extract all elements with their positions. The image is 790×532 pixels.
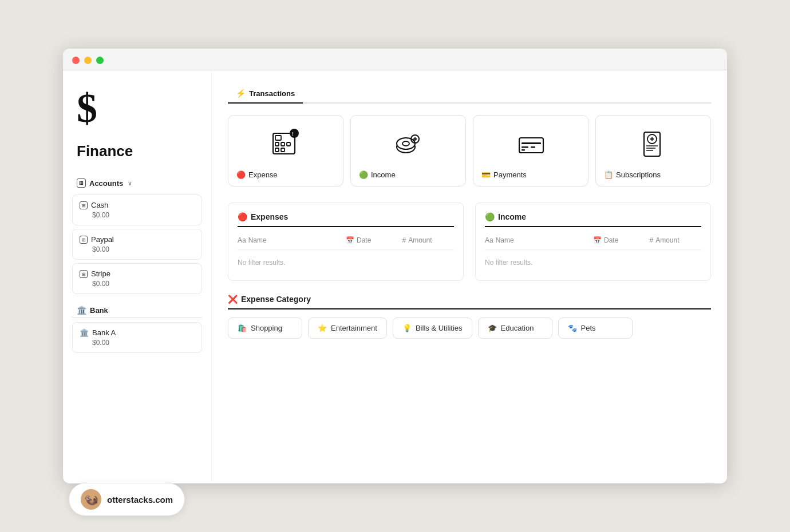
svg-point-10 xyxy=(397,138,415,149)
category-card[interactable]: 🛍️ Shopping xyxy=(228,317,302,339)
footer-brand: 🦦 otterstacks.com xyxy=(69,483,185,516)
expense-card[interactable]: ! 🔴 Expense xyxy=(228,115,343,186)
maximize-button[interactable] xyxy=(96,57,104,64)
expenses-title: 🔴 Expenses xyxy=(238,212,454,227)
svg-rect-2 xyxy=(275,142,279,146)
accounts-icon: ⊞ xyxy=(77,178,86,188)
svg-rect-4 xyxy=(287,142,290,146)
income-card[interactable]: 🟢 Income xyxy=(350,115,466,186)
bank-header: 🏛️ Bank xyxy=(72,303,202,317)
category-card[interactable]: ⭐ Entertainment xyxy=(308,317,387,339)
tab-transactions[interactable]: ⚡ Transactions xyxy=(228,84,303,104)
bank-label: Bank xyxy=(90,306,108,315)
account-balance: $0.00 xyxy=(80,211,195,219)
income-amount-hash-icon: # xyxy=(650,236,654,244)
bank-item-name: 🏛️ Bank A xyxy=(80,328,195,337)
accounts-section-header[interactable]: ⊞ Accounts ∨ xyxy=(72,176,202,190)
minimize-button[interactable] xyxy=(84,57,92,64)
account-name: Stripe xyxy=(91,269,110,278)
bank-item[interactable]: 🏛️ Bank A $0.00 xyxy=(72,322,202,353)
transaction-cards: ! 🔴 Expense xyxy=(228,115,711,186)
income-title-icon: 🟢 xyxy=(485,212,495,221)
income-name-col: Aa Name xyxy=(485,236,588,244)
expenses-no-results: No filter results. xyxy=(238,254,454,271)
svg-rect-3 xyxy=(281,142,285,146)
category-icon: ⭐ xyxy=(318,324,327,332)
svg-point-7 xyxy=(290,129,299,138)
bank-list: 🏛️ Bank A $0.00 xyxy=(72,322,202,353)
tab-bar: ⚡ Transactions xyxy=(228,84,711,104)
category-label: Entertainment xyxy=(331,324,377,332)
bank-section: 🏛️ Bank 🏛️ Bank A $0.00 xyxy=(72,303,202,353)
category-cards: 🛍️ Shopping ⭐ Entertainment 💡 Bills & Ut… xyxy=(228,317,711,339)
account-item[interactable]: ⊞ Paypal $0.00 xyxy=(72,229,202,260)
logo-icon: $ xyxy=(77,88,198,129)
category-card[interactable]: 💡 Bills & Utilities xyxy=(393,317,472,339)
svg-rect-19 xyxy=(522,149,525,151)
expenses-date-col: 📅 Date xyxy=(346,236,398,244)
accounts-list: ⊞ Cash $0.00 ⊞ Paypal $0.00 ⊞ Stripe $0.… xyxy=(72,194,202,294)
account-item[interactable]: ⊞ Cash $0.00 xyxy=(72,194,202,225)
category-icon: 🎓 xyxy=(488,324,497,332)
account-name: Cash xyxy=(91,201,108,209)
payments-card[interactable]: 💳 Payments xyxy=(473,115,588,186)
account-balance: $0.00 xyxy=(80,245,195,253)
main-area: ⚡ Transactions xyxy=(212,70,727,482)
brand-avatar-emoji: 🦦 xyxy=(84,493,98,506)
expense-label: 🔴 Expense xyxy=(236,170,335,179)
subscriptions-card[interactable]: 📋 Subscriptions xyxy=(595,115,711,186)
expense-category-icon: ❌ xyxy=(228,295,238,304)
payments-label: 💳 Payments xyxy=(481,170,580,179)
category-label: Pets xyxy=(581,324,596,332)
category-label: Bills & Utilities xyxy=(416,324,463,332)
subscriptions-label-icon: 📋 xyxy=(604,170,613,179)
payments-label-icon: 💳 xyxy=(481,170,491,179)
svg-rect-6 xyxy=(281,148,285,152)
category-card[interactable]: 🎓 Education xyxy=(478,317,552,339)
expenses-table-header: Aa Name 📅 Date # Amount xyxy=(238,234,454,249)
account-name: Paypal xyxy=(91,235,114,244)
sidebar: $ Finance ⊞ Accounts ∨ ⊞ Cash $0.00 ⊞ Pa… xyxy=(63,70,212,482)
svg-rect-20 xyxy=(644,132,660,156)
category-icon: 💡 xyxy=(402,324,412,332)
category-label: Shopping xyxy=(251,324,282,332)
income-no-results: No filter results. xyxy=(485,254,701,271)
account-item-icon: ⊞ xyxy=(80,201,88,209)
svg-rect-16 xyxy=(522,142,541,144)
accounts-label: Accounts xyxy=(89,179,123,188)
svg-text:!: ! xyxy=(292,131,294,137)
app-title: Finance xyxy=(72,142,202,160)
expenses-income-row: 🔴 Expenses Aa Name 📅 Date # xyxy=(228,203,711,281)
income-date-cal-icon: 📅 xyxy=(593,236,602,244)
expenses-amount-col: # Amount xyxy=(402,236,455,244)
income-section: 🟢 Income Aa Name 📅 Date # xyxy=(475,203,711,281)
expense-category-title: ❌ Expense Category xyxy=(228,295,711,309)
brand-avatar: 🦦 xyxy=(81,489,101,510)
expenses-name-col: Aa Name xyxy=(238,236,341,244)
category-label: Education xyxy=(501,324,534,332)
svg-rect-1 xyxy=(275,136,281,140)
account-item-name: ⊞ Paypal xyxy=(80,235,195,244)
expense-category-section: ❌ Expense Category 🛍️ Shopping ⭐ Enterta… xyxy=(228,295,711,339)
income-date-col: 📅 Date xyxy=(593,236,645,244)
subscriptions-label: 📋 Subscriptions xyxy=(604,170,702,179)
name-type-icon: Aa xyxy=(238,236,246,244)
close-button[interactable] xyxy=(72,57,80,64)
category-icon: 🛍️ xyxy=(238,324,247,332)
svg-rect-17 xyxy=(522,146,528,148)
brand-name: otterstacks.com xyxy=(107,495,173,505)
transactions-icon: ⚡ xyxy=(236,89,246,98)
date-cal-icon: 📅 xyxy=(346,236,354,244)
expenses-section: 🔴 Expenses Aa Name 📅 Date # xyxy=(228,203,464,281)
title-bar xyxy=(63,49,727,70)
account-item[interactable]: ⊞ Stripe $0.00 xyxy=(72,263,202,294)
tab-transactions-label: Transactions xyxy=(249,89,295,98)
svg-rect-18 xyxy=(531,146,535,148)
income-name-type-icon: Aa xyxy=(485,236,493,244)
income-label: 🟢 Income xyxy=(359,170,457,179)
expense-illustration: ! xyxy=(236,125,335,165)
svg-rect-5 xyxy=(275,148,279,152)
accounts-chevron: ∨ xyxy=(128,180,132,186)
category-card[interactable]: 🐾 Pets xyxy=(558,317,633,339)
expenses-title-icon: 🔴 xyxy=(238,212,247,221)
